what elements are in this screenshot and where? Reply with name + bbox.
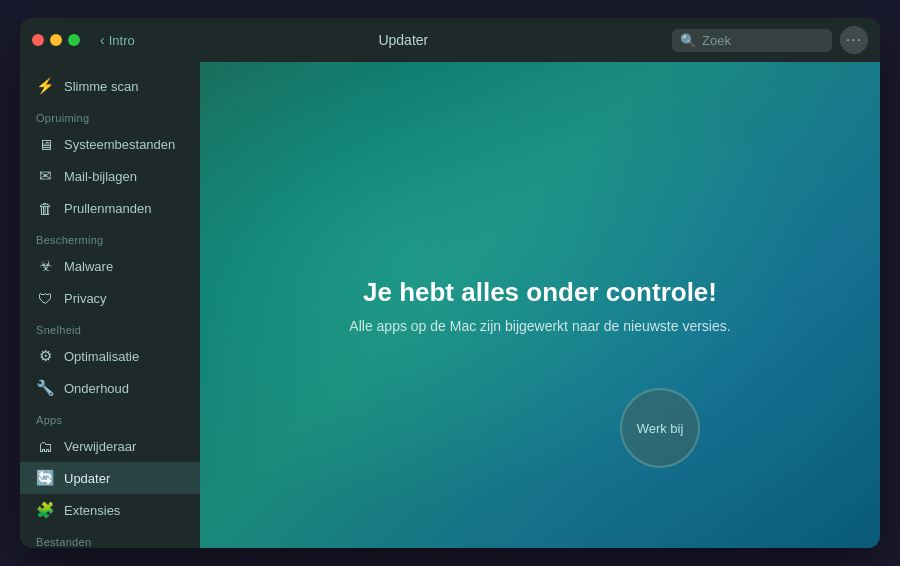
sidebar-label-systeembestanden: Systeembestanden [64, 137, 175, 152]
updater-icon: 🔄 [36, 469, 54, 487]
sidebar-item-privacy[interactable]: 🛡 Privacy [20, 282, 200, 314]
sidebar-label-verwijderaar: Verwijderaar [64, 439, 136, 454]
search-bar[interactable]: 🔍 [672, 29, 832, 52]
search-input[interactable] [702, 33, 824, 48]
slimme-scan-icon: ⚡ [36, 77, 54, 95]
sidebar-label-extensies: Extensies [64, 503, 120, 518]
section-snelheid: Snelheid [20, 314, 200, 340]
sidebar-item-malware[interactable]: ☣ Malware [20, 250, 200, 282]
sidebar: ⚡ Slimme scan Opruiming 🖥 Systeembestand… [20, 62, 200, 548]
sidebar-item-updater[interactable]: 🔄 Updater [20, 462, 200, 494]
privacy-icon: 🛡 [36, 289, 54, 307]
werk-bij-button[interactable]: Werk bij [620, 388, 700, 468]
sidebar-item-verwijderaar[interactable]: 🗂 Verwijderaar [20, 430, 200, 462]
content-subtext: Alle apps op de Mac zijn bijgewerkt naar… [349, 318, 730, 334]
window-title: Updater [143, 32, 664, 48]
section-bestanden: Bestanden [20, 526, 200, 548]
prullenmanden-icon: 🗑 [36, 199, 54, 217]
breadcrumb-nav[interactable]: ‹ Intro [100, 32, 135, 48]
sidebar-label-updater: Updater [64, 471, 110, 486]
malware-icon: ☣ [36, 257, 54, 275]
sidebar-item-optimalisatie[interactable]: ⚙ Optimalisatie [20, 340, 200, 372]
mail-icon: ✉ [36, 167, 54, 185]
sidebar-label-slimme-scan: Slimme scan [64, 79, 138, 94]
sidebar-label-onderhoud: Onderhoud [64, 381, 129, 396]
main-layout: ⚡ Slimme scan Opruiming 🖥 Systeembestand… [20, 62, 880, 548]
menu-button[interactable]: ··· [840, 26, 868, 54]
section-apps: Apps [20, 404, 200, 430]
content-heading: Je hebt alles onder controle! [349, 277, 730, 308]
section-bescherming: Bescherming [20, 224, 200, 250]
sidebar-item-slimme-scan[interactable]: ⚡ Slimme scan [20, 70, 200, 102]
optimalisatie-icon: ⚙ [36, 347, 54, 365]
section-opruiming: Opruiming [20, 102, 200, 128]
maximize-button[interactable] [68, 34, 80, 46]
systeembestanden-icon: 🖥 [36, 135, 54, 153]
sidebar-item-systeembestanden[interactable]: 🖥 Systeembestanden [20, 128, 200, 160]
onderhoud-icon: 🔧 [36, 379, 54, 397]
search-icon: 🔍 [680, 33, 696, 48]
chevron-left-icon: ‹ [100, 32, 105, 48]
content-text-block: Je hebt alles onder controle! Alle apps … [349, 277, 730, 334]
sidebar-item-prullenmanden[interactable]: 🗑 Prullenmanden [20, 192, 200, 224]
app-window: ‹ Intro Updater 🔍 ··· ⚡ Slimme scan Opru… [20, 18, 880, 548]
sidebar-label-optimalisatie: Optimalisatie [64, 349, 139, 364]
verwijderaar-icon: 🗂 [36, 437, 54, 455]
traffic-lights [32, 34, 80, 46]
titlebar: ‹ Intro Updater 🔍 ··· [20, 18, 880, 62]
sidebar-item-onderhoud[interactable]: 🔧 Onderhoud [20, 372, 200, 404]
minimize-button[interactable] [50, 34, 62, 46]
sidebar-label-prullenmanden: Prullenmanden [64, 201, 151, 216]
titlebar-actions: 🔍 ··· [672, 26, 868, 54]
close-button[interactable] [32, 34, 44, 46]
sidebar-label-privacy: Privacy [64, 291, 107, 306]
content-area: Je hebt alles onder controle! Alle apps … [200, 62, 880, 548]
extensies-icon: 🧩 [36, 501, 54, 519]
sidebar-item-mail-bijlagen[interactable]: ✉ Mail-bijlagen [20, 160, 200, 192]
sidebar-item-extensies[interactable]: 🧩 Extensies [20, 494, 200, 526]
back-link[interactable]: Intro [109, 33, 135, 48]
sidebar-label-mail-bijlagen: Mail-bijlagen [64, 169, 137, 184]
sidebar-label-malware: Malware [64, 259, 113, 274]
